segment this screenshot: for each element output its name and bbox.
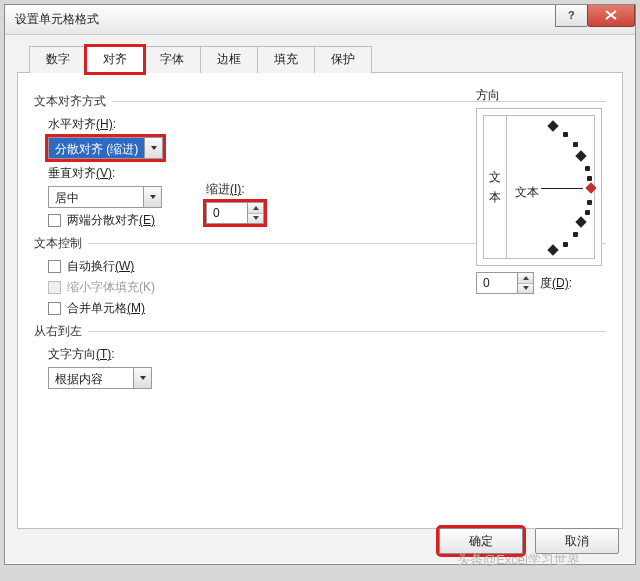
checkbox-icon — [48, 214, 61, 227]
tab-fill[interactable]: 填充 — [257, 46, 315, 73]
degrees-down[interactable] — [518, 284, 533, 294]
svg-marker-1 — [523, 276, 529, 280]
tab-panel-alignment: 方向 文 本 文本 — [17, 73, 623, 529]
dial-dot — [573, 232, 578, 237]
orient-line — [541, 188, 583, 189]
indent-up[interactable] — [248, 203, 263, 214]
indent-value[interactable]: 0 — [207, 203, 247, 223]
tab-number[interactable]: 数字 — [29, 46, 87, 73]
group-text-align-label: 文本对齐方式 — [34, 93, 106, 110]
text-direction-label: 文字方向(T): — [48, 346, 606, 363]
orient-vert-char2: 本 — [489, 189, 501, 206]
dialog-footer: 确定 取消 — [439, 528, 619, 554]
titlebar[interactable]: 设置单元格格式 ? — [5, 5, 635, 35]
window-title: 设置单元格格式 — [15, 11, 555, 28]
indent-field: 缩进(I): 0 — [206, 181, 264, 224]
dial-dot — [563, 242, 568, 247]
indent-label: 缩进(I): — [206, 181, 264, 198]
dial-dot — [587, 176, 592, 181]
degrees-up[interactable] — [518, 273, 533, 284]
justify-distributed-label: 两端分散对齐(E) — [67, 212, 155, 229]
dial-dot — [573, 142, 578, 147]
dial-marker — [547, 244, 558, 255]
merge-cells-label: 合并单元格(M) — [67, 300, 145, 317]
orientation-degrees-row: 0 度(D): — [476, 272, 606, 294]
dial-dot — [563, 132, 568, 137]
text-direction-combo[interactable]: 根据内容 — [48, 367, 152, 389]
indent-spinner[interactable]: 0 — [206, 202, 264, 224]
svg-marker-3 — [151, 146, 157, 150]
merge-cells-checkbox[interactable]: 合并单元格(M) — [48, 300, 606, 317]
dial-dot — [587, 200, 592, 205]
window-buttons: ? — [555, 5, 635, 27]
svg-marker-5 — [253, 216, 259, 220]
group-text-control-label: 文本控制 — [34, 235, 82, 252]
dropdown-icon[interactable] — [144, 138, 162, 158]
checkbox-icon — [48, 281, 61, 294]
svg-marker-4 — [253, 206, 259, 210]
dial-dot — [585, 210, 590, 215]
horizontal-align-combo[interactable]: 分散对齐 (缩进) — [48, 137, 163, 159]
dialog-window: 设置单元格格式 ? 数字 对齐 字体 边框 填充 保护 方向 — [4, 4, 636, 565]
dial-marker — [575, 216, 586, 227]
orient-vert-char1: 文 — [489, 169, 501, 186]
degrees-spinner[interactable]: 0 — [476, 272, 534, 294]
help-button[interactable]: ? — [555, 5, 587, 27]
close-button[interactable] — [587, 5, 635, 27]
tabstrip: 数字 对齐 字体 边框 填充 保护 — [17, 45, 623, 73]
vertical-align-value: 居中 — [49, 187, 143, 207]
degrees-value[interactable]: 0 — [477, 273, 517, 293]
svg-marker-2 — [523, 286, 529, 290]
dropdown-icon[interactable] — [143, 187, 161, 207]
indent-down[interactable] — [248, 214, 263, 224]
checkbox-icon — [48, 260, 61, 273]
text-direction-field: 文字方向(T): 根据内容 — [48, 346, 606, 389]
vertical-align-combo[interactable]: 居中 — [48, 186, 162, 208]
shrink-to-fit-label: 缩小字体填充(K) — [67, 279, 155, 296]
orientation-panel[interactable]: 文 本 文本 — [476, 108, 602, 266]
svg-marker-7 — [140, 376, 146, 380]
dialog-body: 数字 对齐 字体 边框 填充 保护 方向 文 本 文本 — [5, 35, 635, 564]
text-direction-value: 根据内容 — [49, 368, 133, 388]
dial-marker — [575, 150, 586, 161]
ok-button[interactable]: 确定 — [439, 528, 523, 554]
tab-border[interactable]: 边框 — [200, 46, 258, 73]
dial-marker — [547, 120, 558, 131]
svg-marker-6 — [150, 195, 156, 199]
orientation-dial[interactable]: 文本 — [507, 115, 595, 259]
dropdown-icon[interactable] — [133, 368, 151, 388]
orient-horiz-text: 文本 — [515, 184, 539, 201]
wrap-text-label: 自动换行(W) — [67, 258, 134, 275]
orientation-group: 方向 文 本 文本 — [476, 87, 606, 294]
dial-marker-current — [585, 182, 596, 193]
horizontal-align-value: 分散对齐 (缩进) — [49, 138, 144, 158]
degrees-label: 度(D): — [540, 275, 572, 292]
divider — [88, 331, 606, 332]
tab-protection[interactable]: 保护 — [314, 46, 372, 73]
tab-alignment[interactable]: 对齐 — [86, 46, 144, 73]
group-rtl: 从右到左 — [34, 323, 606, 340]
tab-font[interactable]: 字体 — [143, 46, 201, 73]
checkbox-icon — [48, 302, 61, 315]
group-rtl-label: 从右到左 — [34, 323, 82, 340]
svg-text:?: ? — [568, 10, 575, 20]
cancel-button[interactable]: 取消 — [535, 528, 619, 554]
orientation-vertical-text[interactable]: 文 本 — [483, 115, 507, 259]
orientation-label: 方向 — [476, 87, 606, 104]
dial-dot — [585, 166, 590, 171]
